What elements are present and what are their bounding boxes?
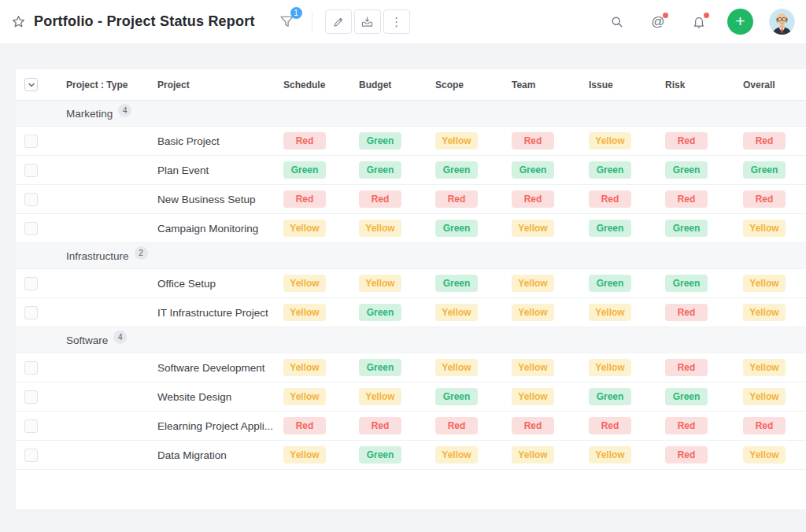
status-badge[interactable]: Green xyxy=(512,161,554,179)
status-badge[interactable]: Yellow xyxy=(743,388,786,405)
notifications-button[interactable] xyxy=(690,13,708,31)
filter-button[interactable]: 1 xyxy=(277,12,298,32)
table-row-elearning-project-appli[interactable]: Elearning Project Appli...RedRedRedRedRe… xyxy=(16,412,806,441)
status-badge[interactable]: Yellow xyxy=(359,275,401,292)
row-checkbox[interactable] xyxy=(24,164,38,177)
table-row-data-migration[interactable]: Data MigrationYellowGreenYellowYellowYel… xyxy=(16,441,806,470)
status-badge[interactable]: Yellow xyxy=(359,388,401,405)
table-row-office-setup[interactable]: Office SetupYellowYellowGreenYellowGreen… xyxy=(16,269,806,298)
more-options-button[interactable]: ⋮ xyxy=(383,9,410,34)
status-badge[interactable]: Yellow xyxy=(743,359,786,376)
status-badge[interactable]: Green xyxy=(435,388,478,405)
status-badge[interactable]: Red xyxy=(743,417,786,434)
status-badge[interactable]: Red xyxy=(665,417,708,434)
group-row-software[interactable]: Software4 xyxy=(16,327,806,353)
project-name[interactable]: Office Setup xyxy=(157,278,283,290)
search-button[interactable] xyxy=(608,13,627,31)
user-avatar[interactable] xyxy=(769,9,795,35)
edit-button[interactable] xyxy=(325,9,352,34)
row-checkbox[interactable] xyxy=(24,193,38,206)
add-button[interactable]: + xyxy=(727,9,753,35)
column-header-risk[interactable]: Risk xyxy=(665,79,743,91)
status-badge[interactable]: Yellow xyxy=(512,388,554,405)
status-badge[interactable]: Green xyxy=(665,275,708,292)
row-checkbox[interactable] xyxy=(24,419,38,433)
status-badge[interactable]: Green xyxy=(359,132,401,150)
project-name[interactable]: Plan Event xyxy=(157,164,283,176)
status-badge[interactable]: Red xyxy=(435,190,478,208)
status-badge[interactable]: Yellow xyxy=(435,132,478,150)
status-badge[interactable]: Green xyxy=(589,161,631,179)
column-header-project[interactable]: Project xyxy=(157,79,283,91)
status-badge[interactable]: Red xyxy=(283,132,326,150)
status-badge[interactable]: Green xyxy=(283,161,326,179)
status-badge[interactable]: Red xyxy=(665,190,708,208)
status-badge[interactable]: Green xyxy=(665,388,708,405)
status-badge[interactable]: Yellow xyxy=(283,275,326,292)
table-row-it-infrastructure-project[interactable]: IT Infrastructure ProjectYellowGreenYell… xyxy=(16,298,806,327)
status-badge[interactable]: Yellow xyxy=(589,359,631,376)
status-badge[interactable]: Green xyxy=(743,161,786,179)
status-badge[interactable]: Green xyxy=(435,161,478,179)
status-badge[interactable]: Yellow xyxy=(435,359,478,376)
row-checkbox[interactable] xyxy=(24,449,38,462)
group-row-infrastructure[interactable]: Infrastructure2 xyxy=(16,243,806,269)
status-badge[interactable]: Green xyxy=(589,220,631,237)
favorite-star-icon[interactable] xyxy=(9,13,27,31)
column-header-team[interactable]: Team xyxy=(512,79,589,91)
project-name[interactable]: Website Design xyxy=(157,391,283,403)
column-header-scope[interactable]: Scope xyxy=(435,79,512,91)
status-badge[interactable]: Green xyxy=(359,161,401,179)
table-row-plan-event[interactable]: Plan EventGreenGreenGreenGreenGreenGreen… xyxy=(16,156,806,185)
status-badge[interactable]: Red xyxy=(665,359,708,376)
status-badge[interactable]: Red xyxy=(589,190,631,208)
row-checkbox[interactable] xyxy=(24,361,38,375)
status-badge[interactable]: Green xyxy=(359,304,401,321)
status-badge[interactable]: Red xyxy=(743,132,786,150)
status-badge[interactable]: Yellow xyxy=(743,446,786,464)
project-name[interactable]: Elearning Project Appli... xyxy=(157,420,283,432)
status-badge[interactable]: Yellow xyxy=(589,446,631,464)
column-header-schedule[interactable]: Schedule xyxy=(283,79,359,91)
status-badge[interactable]: Red xyxy=(665,446,708,464)
status-badge[interactable]: Red xyxy=(665,304,708,321)
status-badge[interactable]: Green xyxy=(665,161,708,179)
status-badge[interactable]: Red xyxy=(589,417,631,434)
status-badge[interactable]: Yellow xyxy=(283,359,326,376)
row-checkbox[interactable] xyxy=(24,222,38,235)
status-badge[interactable]: Green xyxy=(435,220,478,237)
status-badge[interactable]: Yellow xyxy=(743,304,786,321)
status-badge[interactable]: Red xyxy=(359,417,401,434)
status-badge[interactable]: Yellow xyxy=(283,304,326,321)
status-badge[interactable]: Yellow xyxy=(283,446,326,464)
export-button[interactable] xyxy=(354,9,381,34)
status-badge[interactable]: Green xyxy=(665,220,708,237)
status-badge[interactable]: Red xyxy=(665,132,708,150)
row-checkbox[interactable] xyxy=(24,390,38,404)
status-badge[interactable]: Yellow xyxy=(359,220,401,237)
status-badge[interactable]: Yellow xyxy=(512,359,554,376)
table-row-campaign-monitoring[interactable]: Campaign MonitoringYellowYellowGreenYell… xyxy=(16,214,806,243)
status-badge[interactable]: Yellow xyxy=(589,304,631,321)
status-badge[interactable]: Yellow xyxy=(435,446,478,464)
status-badge[interactable]: Green xyxy=(589,275,631,292)
status-badge[interactable]: Yellow xyxy=(512,304,554,321)
status-badge[interactable]: Yellow xyxy=(283,220,326,237)
status-badge[interactable]: Green xyxy=(589,388,631,405)
row-checkbox[interactable] xyxy=(24,135,38,148)
status-badge[interactable]: Yellow xyxy=(435,304,478,321)
status-badge[interactable]: Yellow xyxy=(512,446,554,464)
table-row-basic-project[interactable]: Basic ProjectRedGreenYellowRedYellowRedR… xyxy=(16,127,806,156)
project-name[interactable]: Basic Project xyxy=(157,135,283,147)
table-row-software-development[interactable]: Software DevelopmentYellowGreenYellowYel… xyxy=(16,353,806,382)
column-header-issue[interactable]: Issue xyxy=(589,79,665,91)
group-row-marketing[interactable]: Marketing4 xyxy=(16,101,806,127)
project-name[interactable]: IT Infrastructure Project xyxy=(157,307,283,319)
status-badge[interactable]: Green xyxy=(435,275,478,292)
column-header-budget[interactable]: Budget xyxy=(359,79,435,91)
row-checkbox[interactable] xyxy=(24,306,38,320)
status-badge[interactable]: Red xyxy=(512,132,554,150)
project-name[interactable]: Campaign Monitoring xyxy=(157,223,283,235)
select-all-checkbox[interactable] xyxy=(24,78,38,91)
status-badge[interactable]: Yellow xyxy=(512,275,554,292)
